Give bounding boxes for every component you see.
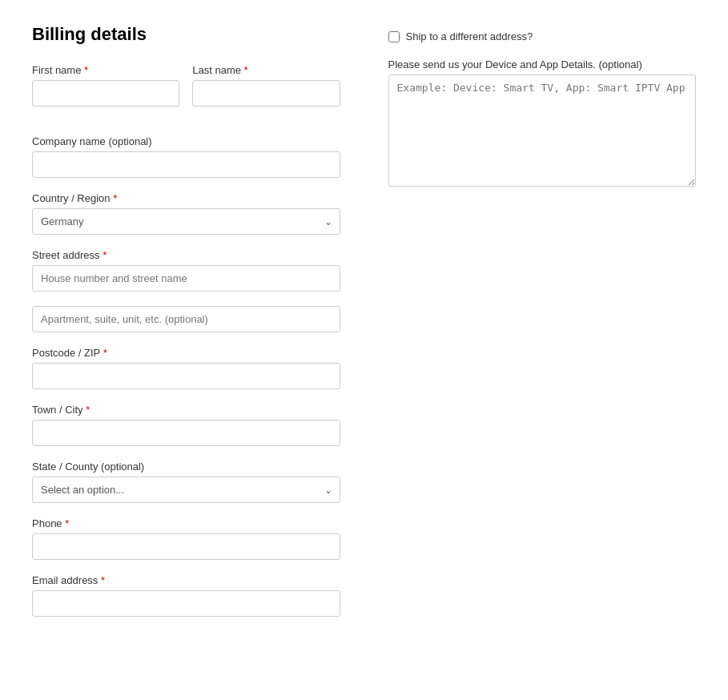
country-region-group: Country / Region * Germany Austria Switz… xyxy=(32,192,340,235)
last-name-group: Last name * xyxy=(192,64,340,107)
country-select-wrapper: Germany Austria Switzerland United Kingd… xyxy=(32,208,340,235)
postcode-input[interactable] xyxy=(32,363,340,389)
first-name-required: * xyxy=(84,64,88,76)
company-name-label: Company name (optional) xyxy=(32,135,340,147)
page-container: Billing details First name * Last name *… xyxy=(32,24,696,631)
phone-required: * xyxy=(65,517,69,529)
ship-to-different-label[interactable]: Ship to a different address? xyxy=(406,30,533,42)
device-details-label: Please send us your Device and App Detai… xyxy=(388,58,697,70)
device-details-textarea[interactable] xyxy=(388,74,697,187)
first-name-group: First name * xyxy=(32,64,179,107)
street-address-group: Street address * xyxy=(32,249,340,292)
last-name-input[interactable] xyxy=(192,80,340,107)
company-name-group: Company name (optional) xyxy=(32,135,340,178)
ship-to-different-checkbox[interactable] xyxy=(388,31,400,42)
town-city-input[interactable] xyxy=(32,420,340,446)
state-county-label: State / County (optional) xyxy=(32,461,340,473)
apartment-group xyxy=(32,306,340,332)
country-region-label: Country / Region * xyxy=(32,192,340,204)
page-title: Billing details xyxy=(32,24,340,45)
ship-to-different-group: Ship to a different address? xyxy=(388,30,697,42)
postcode-group: Postcode / ZIP * xyxy=(32,347,340,389)
postcode-label: Postcode / ZIP * xyxy=(32,347,340,359)
email-required: * xyxy=(101,574,105,586)
town-city-group: Town / City * xyxy=(32,404,340,446)
email-label: Email address * xyxy=(32,574,340,586)
billing-section: Billing details First name * Last name *… xyxy=(32,24,340,631)
street-address-label: Street address * xyxy=(32,249,340,261)
postcode-required: * xyxy=(103,347,107,359)
company-name-input[interactable] xyxy=(32,151,340,178)
device-details-group: Please send us your Device and App Detai… xyxy=(388,58,697,187)
email-input[interactable] xyxy=(32,590,340,617)
last-name-label: Last name * xyxy=(192,64,340,76)
last-name-required: * xyxy=(244,64,248,76)
email-group: Email address * xyxy=(32,574,340,617)
first-name-input[interactable] xyxy=(32,80,179,107)
state-select[interactable]: Select an option... Bavaria Berlin Hambu… xyxy=(32,477,340,503)
country-required: * xyxy=(113,192,117,204)
town-city-label: Town / City * xyxy=(32,404,340,416)
first-name-label: First name * xyxy=(32,64,179,76)
phone-input[interactable] xyxy=(32,533,340,560)
country-select[interactable]: Germany Austria Switzerland United Kingd… xyxy=(32,208,340,235)
state-select-wrapper: Select an option... Bavaria Berlin Hambu… xyxy=(32,477,340,503)
phone-group: Phone * xyxy=(32,517,340,560)
street-address-input[interactable] xyxy=(32,265,340,292)
state-county-group: State / County (optional) Select an opti… xyxy=(32,461,340,503)
street-required: * xyxy=(103,249,107,261)
phone-label: Phone * xyxy=(32,517,340,529)
right-section: Ship to a different address? Please send… xyxy=(388,24,697,631)
apartment-input[interactable] xyxy=(32,306,340,332)
town-required: * xyxy=(86,404,90,416)
name-row: First name * Last name * xyxy=(32,64,340,121)
